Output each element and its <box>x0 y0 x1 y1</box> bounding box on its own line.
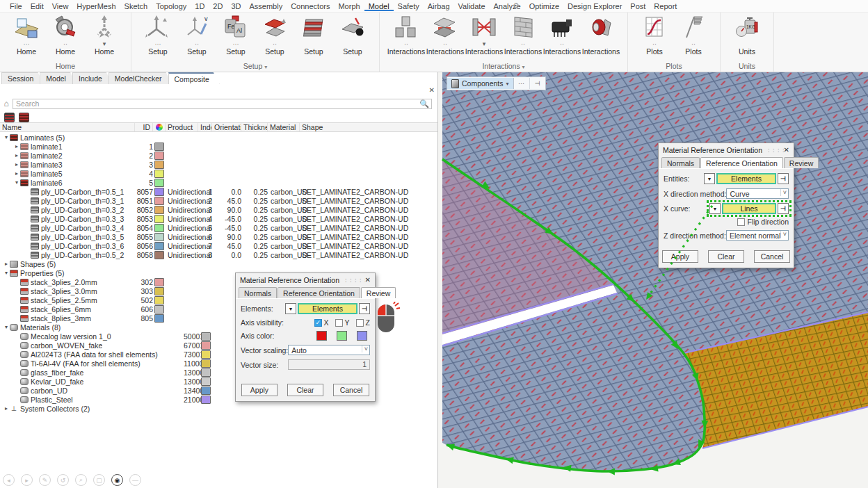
x-method-select[interactable]: Curve <box>726 188 789 199</box>
column-material[interactable]: Material <box>268 123 300 131</box>
expand-arrow[interactable]: ▾ <box>3 134 10 140</box>
expand-arrow[interactable]: ▾ <box>3 324 10 330</box>
settings-gear-icon[interactable]: ⚙ <box>513 1 520 10</box>
color-swatch[interactable] <box>154 314 164 323</box>
table-row[interactable]: ▾ laminate6 5 <box>0 178 437 187</box>
color-swatch[interactable] <box>201 396 211 404</box>
entity-state-icon[interactable]: ✎ <box>39 474 51 486</box>
expand-arrow[interactable]: ▸ <box>13 143 20 149</box>
entity-state-icon[interactable]: ⌕ <box>75 474 87 486</box>
dialog-button[interactable]: Clear <box>708 250 744 263</box>
table-row[interactable]: ▸ laminate5 4 <box>0 169 437 178</box>
color-swatch[interactable] <box>154 206 164 214</box>
color-swatch[interactable] <box>201 350 211 359</box>
ribbon-button[interactable]: ·· Setup <box>255 13 294 61</box>
color-swatch[interactable] <box>154 287 164 295</box>
table-row[interactable]: ▸ Shapes (5) <box>0 259 437 268</box>
color-swatch[interactable] <box>154 296 164 304</box>
table-row[interactable]: ▸ System Collectors (2) <box>0 404 437 413</box>
browser-tab[interactable]: ModelChecker <box>108 72 172 84</box>
ribbon-button[interactable]: ·· Setup <box>177 13 216 61</box>
table-row[interactable]: ply_UD-Carbon_th=0.3_3 8053 Unidirection… <box>0 214 437 223</box>
menu-item[interactable]: Assembly <box>245 1 287 11</box>
browser-tab[interactable]: Include <box>72 72 113 84</box>
menu-item[interactable]: Optimize <box>525 1 563 11</box>
elements-selector-dropdown[interactable]: ▼ <box>285 303 296 314</box>
column-name[interactable]: Name <box>0 123 135 131</box>
expand-arrow[interactable]: ▾ <box>13 179 20 186</box>
expand-arrow[interactable]: ▸ <box>13 161 20 168</box>
elements-advanced-button[interactable]: ⊣ <box>359 303 370 314</box>
expand-arrow[interactable]: ▸ <box>3 261 10 267</box>
dialog-button[interactable]: Clear <box>287 384 323 396</box>
menu-item[interactable]: HyperMesh <box>72 1 120 11</box>
dialog-tab[interactable]: Review <box>361 287 396 298</box>
color-swatch[interactable] <box>154 161 164 169</box>
axis-z-color-swatch[interactable] <box>357 331 367 341</box>
axis-y-checkbox[interactable] <box>335 319 343 327</box>
dialog-tab[interactable]: Reference Orientation <box>278 287 360 298</box>
axis-z-checkbox[interactable] <box>356 319 364 327</box>
dialog-tab[interactable]: Review <box>784 157 819 168</box>
column-product[interactable]: Product <box>166 123 198 131</box>
color-swatch[interactable] <box>201 359 211 368</box>
table-row[interactable]: ply_UD-Carbon_th=0.3_2 8052 Unidirection… <box>0 205 437 214</box>
color-swatch[interactable] <box>154 233 164 241</box>
vector-size-input[interactable]: 1 <box>288 359 370 370</box>
menu-item[interactable]: Morph <box>334 1 364 11</box>
ribbon-button[interactable]: ·· Interactions <box>426 13 465 61</box>
flip-direction-checkbox[interactable] <box>737 218 745 226</box>
column-id[interactable]: ID <box>135 123 153 131</box>
table-row[interactable]: ply_UD-Carbon_th=0.3_1 8051 Unidirection… <box>0 196 437 205</box>
drag-handle-icon[interactable]: : : : : : : : : : : : : : : : : <box>762 147 784 154</box>
expand-arrow[interactable]: ▸ <box>13 152 20 158</box>
menu-item[interactable]: Report <box>650 1 681 11</box>
color-swatch[interactable] <box>154 188 164 196</box>
expand-arrow[interactable]: ▸ <box>3 405 10 412</box>
menu-item[interactable]: Model <box>364 1 394 11</box>
menu-item[interactable]: Analyze <box>490 1 525 11</box>
ribbon-button[interactable]: ▾ Home <box>85 13 124 61</box>
ribbon-button[interactable]: Setup <box>294 13 333 61</box>
menu-item[interactable]: Safety <box>394 1 424 11</box>
color-swatch[interactable] <box>154 143 164 151</box>
entities-advanced-button[interactable]: ⊣ <box>778 173 789 184</box>
z-method-select[interactable]: Element normal <box>726 230 789 241</box>
entity-state-icon[interactable]: ◉ <box>111 474 123 486</box>
ribbon-group-label[interactable]: Setup ▾ <box>138 61 372 72</box>
dialog-tab[interactable]: Reference Orientation <box>700 157 783 168</box>
column-index[interactable]: Index <box>198 123 212 131</box>
close-icon[interactable]: ✕ <box>784 146 789 154</box>
ribbon-button[interactable]: ▾ Interactions <box>465 13 504 61</box>
x-curve-selector-dropdown[interactable]: ▼ <box>709 203 721 214</box>
menu-item[interactable]: Validate <box>454 1 490 11</box>
entities-collector[interactable]: Elements <box>716 173 776 184</box>
entity-state-icon[interactable]: ↺ <box>57 474 69 486</box>
color-swatch[interactable] <box>154 278 164 286</box>
color-swatch[interactable] <box>201 341 211 350</box>
table-row[interactable]: ▸ laminate1 1 <box>0 142 437 151</box>
ribbon-button[interactable]: ·· Interactions <box>542 13 581 61</box>
table-row[interactable]: ▸ laminate2 2 <box>0 151 437 160</box>
table-row[interactable]: ply_UD-Carbon_th=0.5_1 8057 Unidirection… <box>0 187 437 196</box>
search-input[interactable] <box>13 99 432 109</box>
browser-tab[interactable]: Model <box>40 72 77 84</box>
menu-item[interactable]: Design Explorer <box>563 1 626 11</box>
ribbon-button[interactable]: ·· Interactions <box>504 13 542 61</box>
laminate-filter-icon[interactable] <box>19 113 29 122</box>
column-color[interactable] <box>153 123 166 131</box>
color-swatch[interactable] <box>154 251 164 259</box>
menu-item[interactable]: 3D <box>227 1 245 11</box>
table-row[interactable]: ply_UD-Carbon_th=0.3_5 8055 Unidirection… <box>0 232 437 241</box>
dialog-button[interactable]: Cancel <box>754 250 790 263</box>
dialog-title-bar[interactable]: Material Reference Orientation : : : : :… <box>236 273 375 286</box>
drag-handle-icon[interactable]: : : : : : : : : : : : : : : : : <box>339 277 365 284</box>
ribbon-button[interactable]: ·· Plots <box>674 13 713 61</box>
menu-item[interactable]: Edit <box>26 1 48 11</box>
color-swatch[interactable] <box>154 197 164 205</box>
color-swatch[interactable] <box>201 332 211 341</box>
more-options-button[interactable]: ··· <box>514 78 530 89</box>
x-curve-collector[interactable]: Lines <box>722 203 776 214</box>
browser-tab[interactable]: Composite <box>168 72 220 84</box>
components-selector[interactable]: Components ▾ <box>447 78 514 89</box>
